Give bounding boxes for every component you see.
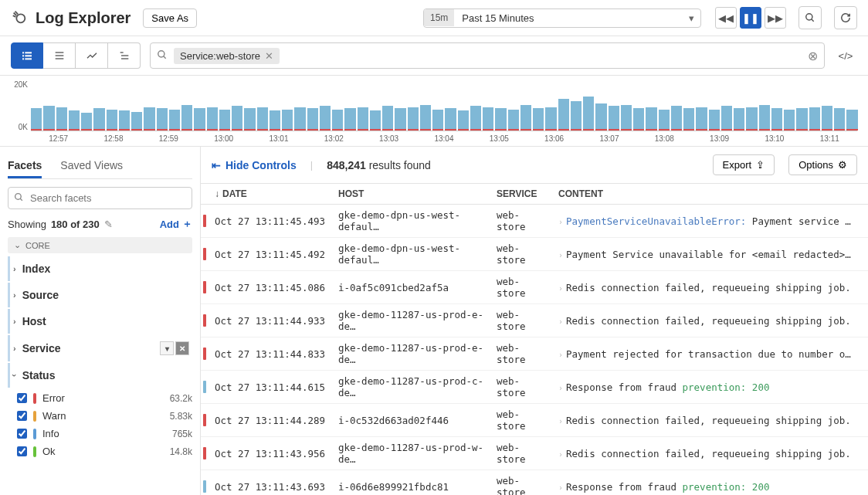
chart-bar[interactable]	[721, 106, 732, 131]
tab-facets[interactable]: Facets	[8, 154, 42, 178]
chart-bar[interactable]	[595, 103, 606, 131]
save-as-button[interactable]: Save As	[143, 8, 197, 28]
chart-bar[interactable]	[420, 105, 431, 131]
chart-bar[interactable]	[483, 107, 493, 131]
forward-button[interactable]: ▶▶	[765, 7, 786, 29]
chart-bar[interactable]	[734, 108, 744, 131]
status-row-error[interactable]: Error63.2k	[17, 389, 192, 407]
chart-bar[interactable]	[81, 113, 92, 131]
chart-bar[interactable]	[358, 107, 368, 131]
chart-bar[interactable]	[257, 107, 268, 131]
edit-icon[interactable]: ✎	[104, 219, 113, 230]
chart-bar[interactable]	[219, 110, 230, 131]
log-row[interactable]: Oct 27 13:11:44.833 gke-demo-11287-us-pr…	[201, 337, 868, 371]
chart-bar[interactable]	[683, 108, 694, 131]
status-row-warn[interactable]: Warn5.83k	[17, 407, 192, 425]
chart-bar[interactable]	[344, 108, 355, 131]
chart-bar[interactable]	[282, 110, 293, 131]
chart-bar[interactable]	[609, 106, 619, 131]
col-host[interactable]: HOST	[332, 184, 490, 204]
chart-bar[interactable]	[232, 106, 242, 131]
chart-bar[interactable]	[470, 106, 481, 131]
chart-bar[interactable]	[307, 108, 318, 131]
refresh-button[interactable]	[834, 6, 857, 29]
chart-bar[interactable]	[408, 107, 419, 131]
chart-bar[interactable]	[107, 110, 117, 131]
chart-bar[interactable]	[56, 107, 67, 131]
chart-bar[interactable]	[621, 105, 632, 131]
facet-item-service[interactable]: ›Service▾✕	[8, 335, 192, 361]
filter-icon[interactable]: ▾	[160, 341, 174, 355]
group-view-button[interactable]	[43, 42, 76, 69]
chart-bar[interactable]	[270, 110, 280, 131]
timeline-chart[interactable]: 20K 0K 12:5712:5812:5913:0013:0113:0213:…	[0, 76, 868, 147]
search-filter-tag[interactable]: Service:web-store✕	[174, 48, 280, 64]
export-button[interactable]: Export ⇪	[713, 154, 775, 175]
facet-item-index[interactable]: ›Index	[8, 256, 192, 281]
status-row-info[interactable]: Info765k	[17, 425, 192, 442]
status-checkbox[interactable]	[17, 446, 27, 456]
log-row[interactable]: Oct 27 13:11:44.289 i-0c532d663ad02f446 …	[201, 404, 868, 437]
chart-bar[interactable]	[93, 108, 104, 131]
log-row[interactable]: Oct 27 13:11:45.493 gke-demo-dpn-us-west…	[201, 205, 868, 238]
add-facet-button[interactable]: Add ＋	[160, 217, 192, 231]
chart-bar[interactable]	[533, 108, 544, 131]
log-row[interactable]: Oct 27 13:11:44.615 gke-demo-11287-us-pr…	[201, 371, 868, 404]
tab-saved-views[interactable]: Saved Views	[60, 154, 123, 178]
chart-bar[interactable]	[671, 106, 682, 131]
status-row-ok[interactable]: Ok14.8k	[17, 442, 192, 460]
code-view-button[interactable]: </>	[834, 44, 857, 67]
log-row[interactable]: Oct 27 13:11:45.086 i-0af5c091cbed2af5a …	[201, 271, 868, 304]
search-bar[interactable]: Service:web-store✕ ⊗	[150, 42, 825, 69]
chart-bar[interactable]	[458, 110, 469, 131]
chart-bar[interactable]	[207, 107, 218, 131]
chart-bar[interactable]	[520, 105, 531, 131]
chart-bar[interactable]	[659, 110, 670, 131]
chart-bar[interactable]	[332, 110, 343, 131]
log-row[interactable]: Oct 27 13:11:43.693 i-06d6e899921fbdc81 …	[201, 470, 868, 495]
chart-bar[interactable]	[583, 97, 594, 131]
chart-bar[interactable]	[495, 108, 506, 131]
search-button[interactable]	[798, 6, 822, 29]
chart-bar[interactable]	[545, 107, 556, 131]
chart-bar[interactable]	[244, 108, 255, 131]
log-row[interactable]: Oct 27 13:11:44.933 gke-demo-11287-us-pr…	[201, 304, 868, 337]
chart-bar[interactable]	[294, 107, 305, 131]
chart-bar[interactable]	[395, 108, 405, 131]
col-service[interactable]: SERVICE	[490, 184, 552, 204]
chart-bar[interactable]	[709, 110, 720, 131]
chart-bar[interactable]	[157, 108, 168, 131]
chart-bar[interactable]	[382, 106, 393, 131]
chart-bar[interactable]	[746, 107, 757, 131]
tag-remove-icon[interactable]: ✕	[265, 50, 273, 62]
hide-controls-button[interactable]: ⇤Hide Controls	[212, 159, 297, 171]
chart-bar[interactable]	[834, 108, 845, 131]
facet-item-source[interactable]: ›Source	[8, 283, 192, 307]
chart-bar[interactable]	[646, 107, 656, 131]
chart-bar[interactable]	[508, 110, 519, 131]
facet-group-core[interactable]: ⌄CORE	[8, 237, 192, 253]
facet-item-host[interactable]: ›Host	[8, 309, 192, 334]
chart-bar[interactable]	[558, 99, 569, 131]
chart-bar[interactable]	[771, 108, 782, 131]
chart-bar[interactable]	[696, 107, 707, 131]
log-row[interactable]: Oct 27 13:11:43.956 gke-demo-11287-us-pr…	[201, 437, 868, 470]
chart-bar[interactable]	[370, 110, 381, 131]
chart-bar[interactable]	[144, 107, 154, 131]
chart-bar[interactable]	[846, 110, 857, 131]
chart-bar[interactable]	[43, 106, 54, 131]
rewind-button[interactable]: ◀◀	[715, 7, 737, 29]
chart-bar[interactable]	[320, 106, 331, 131]
chart-bar[interactable]	[759, 105, 770, 131]
chart-bar[interactable]	[432, 110, 443, 131]
chart-bar[interactable]	[809, 107, 820, 131]
list-view-button[interactable]	[11, 42, 43, 69]
chart-bar[interactable]	[784, 110, 795, 131]
chart-bar[interactable]	[169, 110, 180, 131]
chart-bar[interactable]	[69, 110, 80, 131]
chart-view-button[interactable]	[76, 42, 108, 69]
options-button[interactable]: Options ⚙	[788, 154, 857, 175]
status-checkbox[interactable]	[17, 429, 27, 439]
status-checkbox[interactable]	[17, 411, 27, 421]
facet-search-input[interactable]	[8, 187, 192, 209]
